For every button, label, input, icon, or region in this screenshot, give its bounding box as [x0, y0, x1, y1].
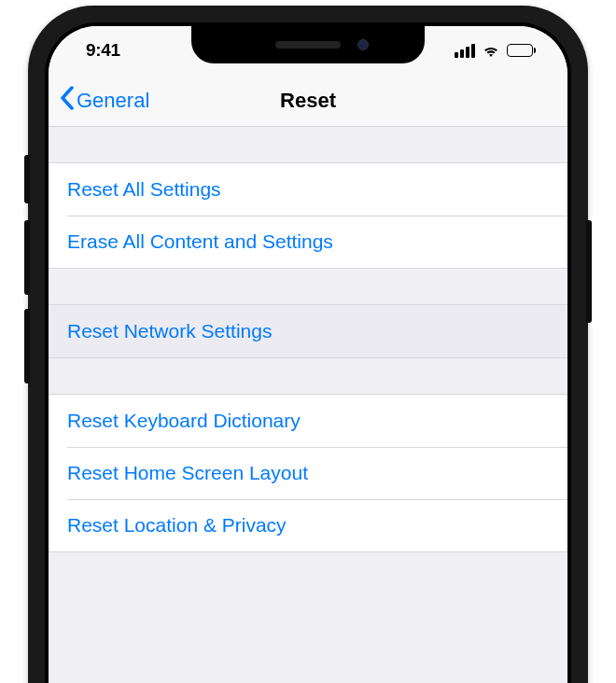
- list-item-label: Reset Location & Privacy: [67, 514, 287, 536]
- battery-icon: [507, 44, 537, 57]
- back-button[interactable]: General: [60, 86, 149, 116]
- phone-bezel: 9:41: [45, 22, 571, 683]
- navigation-bar: General Reset: [49, 75, 567, 127]
- reset-home-screen-layout-item[interactable]: Reset Home Screen Layout: [49, 447, 567, 499]
- phone-frame: 9:41: [28, 6, 588, 683]
- list-group: Reset Keyboard Dictionary Reset Home Scr…: [49, 394, 567, 552]
- erase-all-content-item[interactable]: Erase All Content and Settings: [49, 216, 567, 268]
- reset-settings-list: Reset All Settings Erase All Content and…: [49, 127, 567, 580]
- page-title: Reset: [280, 89, 336, 113]
- list-item-label: Reset Network Settings: [67, 320, 272, 342]
- power-button[interactable]: [586, 220, 592, 323]
- group-spacer: [49, 127, 567, 162]
- phone-screen: 9:41: [49, 26, 567, 683]
- wifi-icon: [482, 44, 500, 58]
- list-item-label: Reset All Settings: [67, 178, 221, 200]
- phone-notch: [191, 26, 425, 63]
- status-icons: [455, 44, 537, 58]
- reset-network-settings-item[interactable]: Reset Network Settings: [49, 305, 567, 357]
- reset-all-settings-item[interactable]: Reset All Settings: [49, 163, 567, 216]
- group-spacer: [49, 269, 567, 304]
- status-time: 9:41: [86, 40, 120, 61]
- group-spacer: [49, 358, 567, 394]
- group-spacer: [49, 552, 567, 580]
- back-button-label: General: [77, 89, 149, 113]
- list-item-label: Erase All Content and Settings: [67, 230, 333, 252]
- cellular-signal-icon: [455, 44, 475, 58]
- reset-location-privacy-item[interactable]: Reset Location & Privacy: [49, 499, 567, 551]
- reset-keyboard-dictionary-item[interactable]: Reset Keyboard Dictionary: [49, 395, 567, 447]
- volume-down-button[interactable]: [24, 309, 30, 383]
- list-group: Reset All Settings Erase All Content and…: [49, 162, 567, 269]
- volume-up-button[interactable]: [24, 220, 30, 295]
- list-item-label: Reset Keyboard Dictionary: [67, 410, 301, 431]
- front-camera: [357, 39, 369, 50]
- list-group: Reset Network Settings: [49, 304, 567, 358]
- list-item-label: Reset Home Screen Layout: [67, 462, 308, 483]
- chevron-left-icon: [60, 86, 77, 116]
- speaker-grille: [275, 41, 341, 49]
